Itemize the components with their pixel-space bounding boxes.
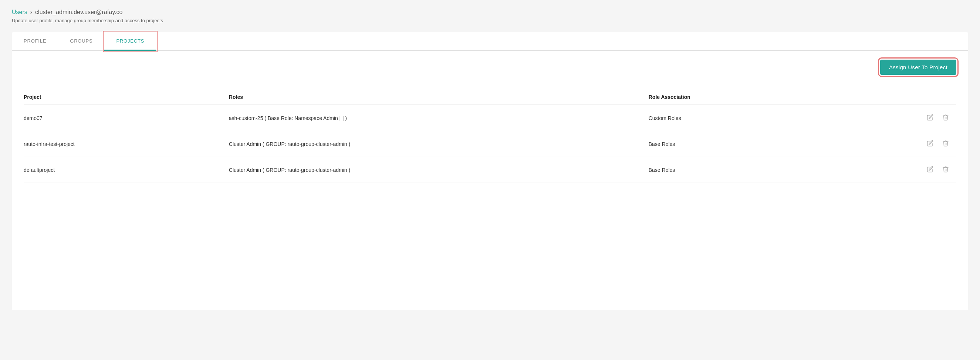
table-row: rauto-infra-test-project Cluster Admin (…	[24, 131, 956, 157]
breadcrumb-parent-link[interactable]: Users	[12, 9, 27, 16]
column-header-project: Project	[24, 90, 229, 105]
breadcrumb-separator: ›	[30, 9, 32, 16]
edit-button[interactable]	[925, 165, 935, 175]
edit-button[interactable]	[925, 113, 935, 123]
cell-role-association: Base Roles	[649, 157, 882, 183]
column-header-actions	[881, 90, 956, 105]
cell-project: demo07	[24, 105, 229, 131]
breadcrumb-current: cluster_admin.dev.user@rafay.co	[35, 9, 123, 16]
tabs-container: PROFILE GROUPS PROJECTS	[12, 32, 968, 51]
table-row: defaultproject Cluster Admin ( GROUP: ra…	[24, 157, 956, 183]
page-subtitle: Update user profile, manage group member…	[12, 18, 968, 23]
projects-table: Project Roles Role Association demo07 as…	[24, 90, 956, 183]
delete-button[interactable]	[941, 139, 950, 149]
cell-roles: Cluster Admin ( GROUP: rauto-group-clust…	[229, 131, 649, 157]
content-area: Assign User To Project Project Roles Rol…	[12, 51, 968, 310]
delete-button[interactable]	[941, 113, 950, 123]
table-header-row: Project Roles Role Association	[24, 90, 956, 105]
tab-profile[interactable]: PROFILE	[12, 32, 58, 51]
cell-project: defaultproject	[24, 157, 229, 183]
column-header-roles: Roles	[229, 90, 649, 105]
cell-project: rauto-infra-test-project	[24, 131, 229, 157]
cell-actions	[881, 105, 956, 131]
assign-user-to-project-button[interactable]: Assign User To Project	[880, 60, 956, 75]
toolbar: Assign User To Project	[24, 60, 956, 81]
tab-groups[interactable]: GROUPS	[58, 32, 104, 51]
cell-roles: Cluster Admin ( GROUP: rauto-group-clust…	[229, 157, 649, 183]
cell-role-association: Base Roles	[649, 131, 882, 157]
cell-roles: ash-custom-25 ( Base Role: Namespace Adm…	[229, 105, 649, 131]
cell-actions	[881, 157, 956, 183]
delete-button[interactable]	[941, 165, 950, 175]
table-row: demo07 ash-custom-25 ( Base Role: Namesp…	[24, 105, 956, 131]
edit-button[interactable]	[925, 139, 935, 149]
tab-projects[interactable]: PROJECTS	[104, 32, 156, 51]
page-container: Users › cluster_admin.dev.user@rafay.co …	[0, 0, 980, 360]
column-header-role-association: Role Association	[649, 90, 882, 105]
breadcrumb: Users › cluster_admin.dev.user@rafay.co	[12, 9, 968, 16]
cell-role-association: Custom Roles	[649, 105, 882, 131]
cell-actions	[881, 131, 956, 157]
